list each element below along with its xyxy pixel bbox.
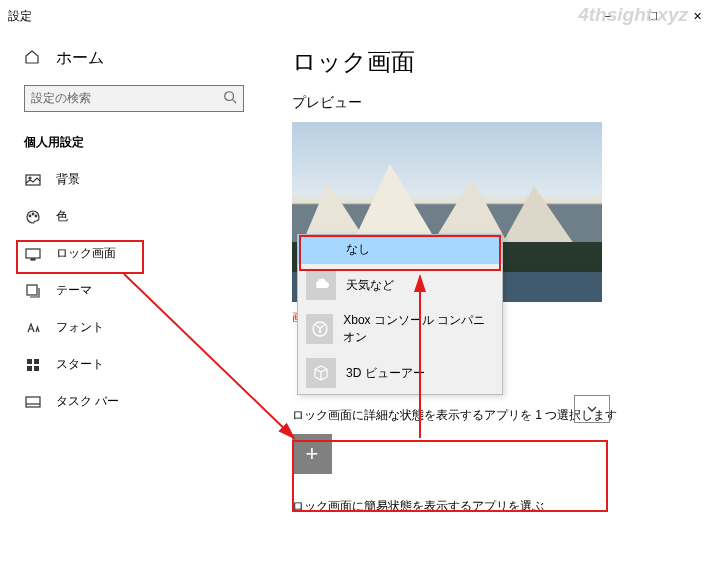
svg-line-1 <box>233 100 237 104</box>
theme-icon <box>24 283 42 299</box>
sidebar-item-label: ロック画面 <box>56 245 116 262</box>
home-label: ホーム <box>56 48 104 69</box>
home-button[interactable]: ホーム <box>0 40 268 77</box>
maximize-button[interactable]: ☐ <box>630 0 675 32</box>
svg-point-5 <box>32 213 34 215</box>
titlebar: 設定 ─ ☐ ✕ <box>0 0 728 32</box>
flyout-item-weather[interactable]: 天気など <box>298 264 502 306</box>
svg-rect-12 <box>27 366 32 371</box>
flyout-item-label: 天気など <box>346 277 394 294</box>
close-button[interactable]: ✕ <box>675 0 720 32</box>
window-controls: ─ ☐ ✕ <box>585 0 720 32</box>
svg-rect-2 <box>26 175 40 185</box>
flyout-item-none[interactable]: なし <box>298 235 502 264</box>
sidebar-item-themes[interactable]: テーマ <box>0 272 268 309</box>
svg-rect-9 <box>27 285 37 295</box>
search-placeholder: 設定の検索 <box>31 90 223 107</box>
sidebar-item-label: タスク バー <box>56 393 119 410</box>
simple-app-label: ロック画面に簡易状態を表示するアプリを選ぶ <box>292 498 728 515</box>
dropdown-chevron[interactable] <box>574 395 610 423</box>
lockscreen-icon <box>24 246 42 262</box>
picture-icon <box>24 172 42 188</box>
svg-rect-8 <box>31 259 35 260</box>
flyout-item-label: Xbox コンソール コンパニオン <box>343 312 494 346</box>
sidebar-item-fonts[interactable]: フォント <box>0 309 268 346</box>
svg-point-3 <box>29 177 31 179</box>
weather-icon <box>306 270 336 300</box>
home-icon <box>24 49 42 69</box>
sidebar-item-start[interactable]: スタート <box>0 346 268 383</box>
settings-window: 4thsight.xyz 設定 ─ ☐ ✕ ホーム 設定の検索 <box>0 0 728 571</box>
svg-rect-7 <box>26 249 40 258</box>
sidebar-item-label: 色 <box>56 208 68 225</box>
detail-app-label: ロック画面に詳細な状態を表示するアプリを 1 つ選択します <box>292 407 728 424</box>
page-title: ロック画面 <box>292 46 728 78</box>
xbox-icon <box>306 314 333 344</box>
svg-rect-11 <box>34 359 39 364</box>
svg-rect-13 <box>34 366 39 371</box>
cube-icon <box>306 358 336 388</box>
add-detail-app-button[interactable]: + <box>292 434 332 474</box>
sidebar-item-label: テーマ <box>56 282 92 299</box>
flyout-item-xbox[interactable]: Xbox コンソール コンパニオン <box>298 306 502 352</box>
sidebar-item-label: スタート <box>56 356 104 373</box>
taskbar-icon <box>24 394 42 410</box>
svg-point-4 <box>29 215 31 217</box>
app-picker-flyout: なし 天気など Xbox コンソール コンパニオン 3D ビューアー <box>297 234 503 395</box>
sidebar-item-colors[interactable]: 色 <box>0 198 268 235</box>
sidebar: ホーム 設定の検索 個人用設定 背景 色 ロッ <box>0 32 268 571</box>
search-input[interactable]: 設定の検索 <box>24 85 244 112</box>
sidebar-item-background[interactable]: 背景 <box>0 161 268 198</box>
font-icon <box>24 320 42 336</box>
svg-rect-10 <box>27 359 32 364</box>
start-icon <box>24 357 42 373</box>
flyout-item-label: 3D ビューアー <box>346 365 425 382</box>
sidebar-item-label: 背景 <box>56 171 80 188</box>
minimize-button[interactable]: ─ <box>585 0 630 32</box>
sidebar-section-title: 個人用設定 <box>0 124 268 161</box>
flyout-item-3dviewer[interactable]: 3D ビューアー <box>298 352 502 394</box>
sidebar-item-label: フォント <box>56 319 104 336</box>
search-icon <box>223 90 237 107</box>
svg-point-0 <box>225 92 234 101</box>
flyout-item-label: なし <box>346 241 370 258</box>
sidebar-item-lockscreen[interactable]: ロック画面 <box>0 235 268 272</box>
palette-icon <box>24 209 42 225</box>
svg-rect-14 <box>26 397 40 407</box>
sidebar-item-taskbar[interactable]: タスク バー <box>0 383 268 420</box>
window-title: 設定 <box>8 8 585 25</box>
svg-point-6 <box>35 215 37 217</box>
preview-label: プレビュー <box>292 94 728 112</box>
